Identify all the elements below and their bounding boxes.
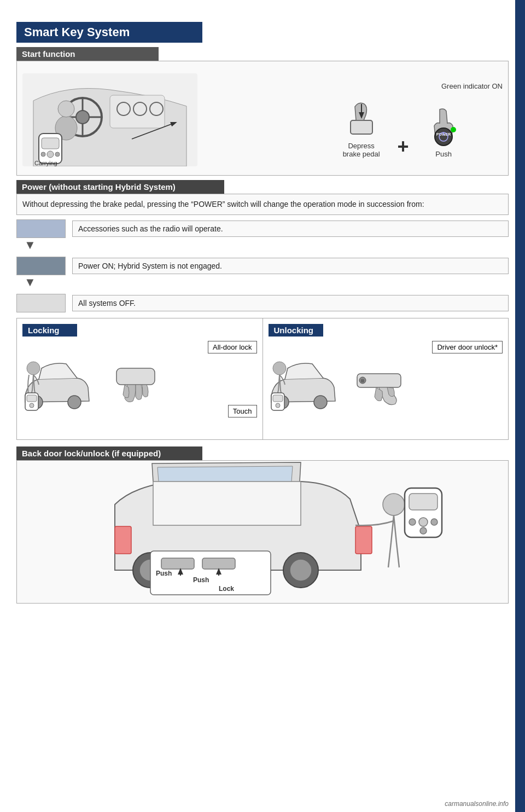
green-indicator-label: Green indicator ON	[441, 82, 503, 90]
power-button-svg: POWER	[423, 107, 464, 148]
start-function-header: Start function	[16, 47, 159, 61]
lock-content: All-door lock Touch	[22, 341, 257, 434]
svg-text:Push: Push	[193, 576, 209, 584]
lock-right-side: All-door lock Touch	[100, 341, 257, 423]
svg-point-28	[451, 127, 456, 132]
mode-row-acc: Accessories such as the radio will opera…	[16, 219, 509, 238]
mode-rows: Accessories such as the radio will opera…	[16, 219, 509, 312]
svg-rect-21	[351, 120, 372, 134]
svg-rect-50	[115, 526, 131, 554]
mode-text-off: All systems OFF.	[72, 295, 509, 311]
mode-text-on: Power ON; Hybrid System is not engaged.	[72, 258, 509, 274]
mode-color-off	[16, 294, 66, 312]
start-function-right: Green indicator ON	[301, 82, 503, 158]
mode-row-on: Power ON; Hybrid System is not engaged.	[16, 257, 509, 275]
svg-text:Lock: Lock	[219, 585, 234, 593]
svg-point-58	[420, 527, 427, 534]
touch-hand-svg	[100, 357, 171, 417]
start-function-left: Carrying	[22, 73, 287, 166]
brake-pedal-label: Depress brake pedal	[343, 142, 380, 158]
svg-rect-60	[161, 558, 194, 569]
svg-point-41	[276, 403, 280, 408]
lock-unlock-row: Locking	[16, 318, 509, 440]
brake-pedal-box: Depress brake pedal	[340, 98, 383, 158]
svg-rect-35	[116, 368, 155, 385]
mode-color-on	[16, 257, 66, 275]
svg-point-38	[273, 362, 286, 375]
svg-point-56	[409, 519, 416, 525]
unlock-handle-svg	[346, 357, 417, 423]
all-door-lock-label: All-door lock	[208, 341, 257, 353]
unlock-content: Driver door unlock*	[269, 341, 503, 434]
svg-rect-16	[42, 138, 59, 149]
svg-point-37	[314, 396, 327, 409]
push-label: Push	[435, 150, 452, 158]
power-desc-box: Without depressing the brake pedal, pres…	[16, 194, 509, 215]
svg-point-17	[47, 151, 54, 158]
arrow-down-2: ▼	[16, 275, 509, 289]
brake-pedal-svg	[340, 98, 383, 140]
unlock-box: Unlocking	[263, 318, 509, 439]
mode-color-acc	[16, 219, 66, 238]
unlock-right-side: Driver door unlock*	[346, 341, 503, 425]
svg-point-24	[435, 128, 452, 146]
start-function-box: Carrying Green indicator ON	[16, 61, 509, 176]
locking-illustration	[22, 341, 94, 434]
car-interior-illustration: Carrying	[22, 73, 197, 166]
arrow-down-1: ▼	[16, 238, 509, 252]
svg-rect-45	[153, 482, 301, 525]
back-door-header: Back door lock/unlock (if equipped)	[16, 446, 202, 460]
svg-rect-51	[355, 526, 372, 554]
unlock-header: Unlocking	[269, 324, 323, 337]
svg-point-31	[27, 362, 40, 375]
page-container: Smart Key System Start function	[0, 0, 525, 812]
back-door-header-row: Back door lock/unlock (if equipped)	[16, 446, 509, 460]
svg-point-2	[76, 111, 89, 124]
svg-point-18	[41, 152, 45, 156]
svg-text:Push: Push	[156, 570, 172, 577]
svg-rect-33	[27, 395, 37, 402]
svg-point-30	[68, 396, 81, 409]
blue-sidebar	[515, 0, 525, 812]
svg-point-57	[431, 519, 438, 525]
svg-rect-61	[202, 558, 235, 569]
svg-point-19	[55, 152, 60, 156]
svg-point-49	[290, 559, 312, 581]
svg-point-8	[58, 101, 74, 117]
svg-point-34	[30, 403, 34, 408]
svg-text:Carrying: Carrying	[34, 160, 57, 166]
svg-rect-44	[361, 379, 364, 382]
main-title: Smart Key System	[16, 22, 202, 43]
mode-text-acc: Accessories such as the radio will opera…	[72, 221, 509, 237]
lock-header: Locking	[22, 324, 77, 337]
unlocking-illustration	[269, 341, 340, 434]
plus-sign: +	[398, 135, 409, 158]
svg-point-55	[419, 518, 428, 526]
start-right-row: Depress brake pedal + POWER	[340, 98, 464, 158]
power-section-header: Power (without starting Hybrid System)	[16, 180, 224, 194]
svg-rect-40	[273, 395, 283, 402]
mode-row-off: All systems OFF.	[16, 294, 509, 312]
push-button-box: POWER Push	[423, 107, 464, 158]
driver-door-unlock-label: Driver door unlock*	[432, 341, 503, 353]
svg-rect-54	[409, 494, 438, 510]
svg-point-52	[383, 494, 405, 515]
footer-watermark: carmanualsonline.info	[445, 800, 509, 808]
touch-label: Touch	[228, 405, 257, 417]
lock-box: Locking	[17, 318, 263, 439]
back-door-box: Push Push Lock	[16, 460, 509, 604]
back-door-illustration: Push Push Lock	[71, 461, 454, 603]
